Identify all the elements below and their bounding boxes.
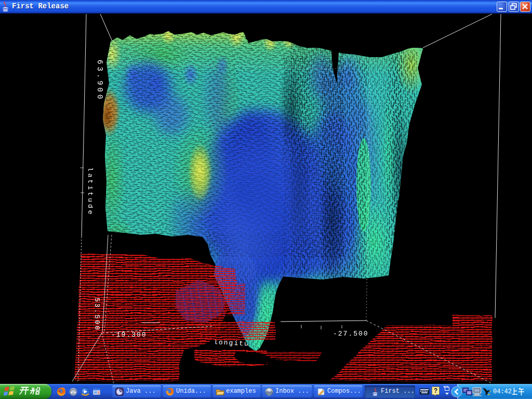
svg-text:-19.300: -19.300: [111, 331, 147, 339]
svg-text:latitude: latitude: [86, 167, 94, 216]
svg-text:?: ?: [434, 387, 437, 394]
svg-text:-27.500: -27.500: [333, 330, 369, 338]
svg-text:63.900: 63.900: [96, 60, 104, 101]
svg-text:53.500: 53.500: [93, 298, 101, 331]
